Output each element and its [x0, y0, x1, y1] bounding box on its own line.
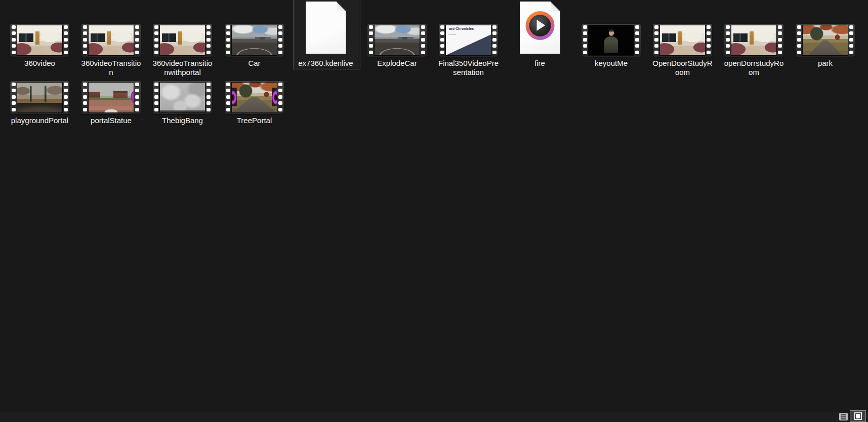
file-label: OpenDoorStudyRoom	[647, 59, 718, 77]
video-thumbnail: ard Chronicles	[446, 25, 491, 55]
file-item-park[interactable]: park	[790, 0, 861, 68]
status-bar	[0, 412, 868, 422]
video-thumbnail	[375, 25, 420, 55]
slide-title-text: ard Chronicles	[449, 27, 474, 30]
large-thumbnails-view-button[interactable]	[850, 410, 866, 422]
file-label: ThebigBang	[147, 116, 218, 125]
video-filmstrip-icon	[219, 57, 290, 114]
file-item-playgroundportal[interactable]: playgroundPortal	[4, 57, 75, 125]
video-thumbnail	[17, 83, 62, 112]
file-label: park	[790, 59, 861, 68]
video-thumbnail	[89, 25, 134, 55]
video-thumbnail	[232, 83, 277, 112]
video-filmstrip-icon	[147, 0, 218, 57]
video-thumbnail	[232, 25, 277, 55]
file-item-final350videopresentation[interactable]: ard Chronicles Final350VideoPresentation	[433, 0, 504, 77]
file-label: ex7360.kdenlive	[290, 59, 361, 68]
media-file-page-icon	[520, 2, 560, 54]
file-label: ExplodeCar	[361, 59, 433, 68]
video-filmstrip-icon	[718, 0, 790, 57]
video-filmstrip-icon: ard Chronicles	[433, 0, 504, 57]
video-thumbnail	[89, 83, 134, 112]
video-filmstrip-icon	[75, 0, 147, 57]
document-icon	[290, 0, 361, 57]
list-lines-icon	[839, 413, 848, 420]
video-filmstrip-icon	[4, 57, 75, 114]
file-item-opendoorstudyroom[interactable]: OpenDoorStudyRoom	[647, 0, 718, 77]
details-view-button[interactable]	[839, 413, 848, 420]
video-filmstrip-icon	[147, 57, 218, 114]
file-label: Final350VideoPresentation	[433, 59, 504, 77]
video-thumbnail	[731, 25, 776, 55]
file-item-treeportal[interactable]: TreePortal	[219, 57, 290, 125]
video-filmstrip-icon	[575, 0, 647, 57]
file-label: keyoutMe	[575, 59, 647, 68]
file-item-ex7360-kdenlive[interactable]: ex7360.kdenlive	[290, 0, 361, 68]
video-filmstrip-icon	[75, 57, 147, 114]
video-filmstrip-icon	[647, 0, 718, 57]
video-thumbnail	[660, 25, 705, 55]
file-label: openDorrstudyRoom	[718, 59, 790, 77]
video-thumbnail	[589, 25, 634, 55]
file-browser-content-area: 360video 360videoTransition 360videoTran…	[0, 0, 868, 412]
video-filmstrip-icon	[790, 0, 861, 57]
document-icon	[504, 0, 575, 57]
video-filmstrip-icon	[219, 0, 290, 57]
video-thumbnail	[17, 25, 62, 55]
blank-page-icon	[306, 2, 346, 54]
video-filmstrip-icon	[4, 0, 75, 57]
file-item-thebigbang[interactable]: ThebigBang	[147, 57, 218, 125]
file-item-explodecar[interactable]: ExplodeCar	[361, 0, 433, 68]
file-item-keyoutme[interactable]: keyoutMe	[575, 0, 647, 68]
video-thumbnail	[160, 83, 205, 112]
large-square-icon	[854, 412, 862, 420]
video-thumbnail	[803, 25, 848, 55]
video-filmstrip-icon	[361, 0, 433, 57]
file-item-portalstatue[interactable]: portalStatue	[75, 57, 147, 125]
file-label: TreePortal	[219, 116, 290, 125]
file-label: playgroundPortal	[4, 116, 75, 125]
file-item-fire[interactable]: fire	[504, 0, 575, 68]
file-label: fire	[504, 59, 575, 68]
media-player-play-icon	[525, 11, 554, 40]
file-item-opendorrstudyroom[interactable]: openDorrstudyRoom	[718, 0, 790, 77]
file-label: portalStatue	[75, 116, 147, 125]
video-thumbnail	[160, 25, 205, 55]
